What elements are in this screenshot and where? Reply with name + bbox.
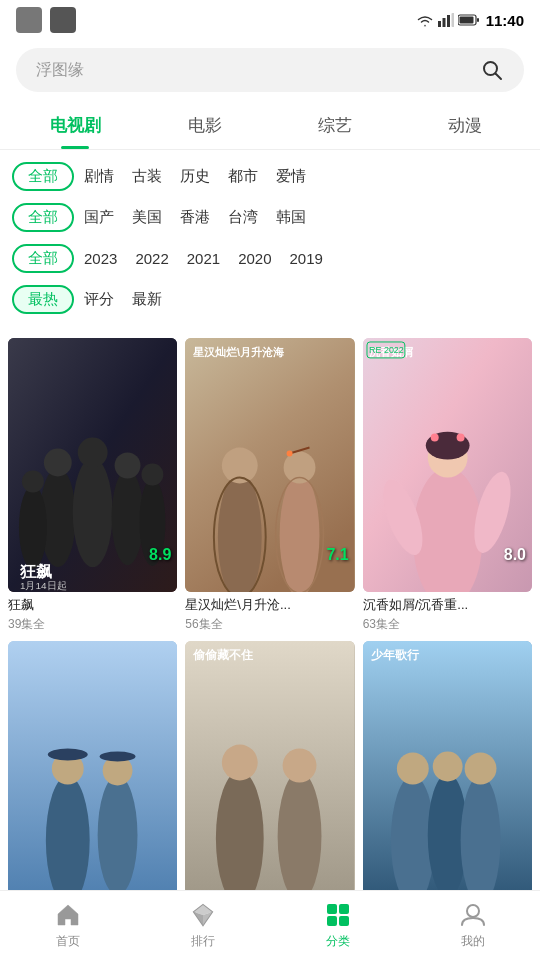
photo-icon (16, 7, 42, 33)
svg-rect-43 (8, 641, 177, 895)
svg-text:星汉灿烂\月升沧海: 星汉灿烂\月升沧海 (193, 346, 285, 358)
media-card-3[interactable]: 沉香如屑 RE 2022 8.0 沉香如屑/沉香重... 63集全 (363, 338, 532, 633)
bottom-nav: 首页 排行 分类 (0, 890, 540, 960)
svg-point-72 (467, 905, 479, 917)
media-thumb-5: 偷偷藏不住 (185, 641, 354, 895)
filter-tag-costume[interactable]: 古装 (132, 167, 162, 186)
filter-tag-2023[interactable]: 2023 (84, 250, 117, 267)
filter-tag-2022[interactable]: 2022 (135, 250, 168, 267)
nav-category[interactable]: 分类 (270, 901, 405, 950)
svg-rect-6 (459, 17, 473, 24)
poster-art-4 (8, 641, 177, 895)
svg-point-19 (141, 463, 163, 485)
filter-tag-2020[interactable]: 2020 (238, 250, 271, 267)
filter-all-genre[interactable]: 全部 (12, 162, 74, 191)
media-card-5[interactable]: 偷偷藏不住 (185, 641, 354, 902)
filter-tag-2019[interactable]: 2019 (290, 250, 323, 267)
svg-rect-70 (327, 916, 337, 926)
tab-variety[interactable]: 综艺 (270, 104, 400, 149)
svg-text:少年歌行: 少年歌行 (371, 648, 420, 662)
svg-text:偷偷藏不住: 偷偷藏不住 (192, 648, 254, 662)
media-thumb-2: 星汉灿烂\月升沧海 7.1 (185, 338, 354, 592)
svg-point-60 (432, 751, 462, 781)
filter-tag-rating-sort[interactable]: 评分 (84, 290, 114, 309)
filter-tag-kr[interactable]: 韩国 (276, 208, 306, 227)
app-icon (50, 7, 76, 33)
tab-tv[interactable]: 电视剧 (10, 104, 140, 149)
filter-tag-newest[interactable]: 最新 (132, 290, 162, 309)
svg-point-12 (73, 458, 113, 568)
svg-rect-50 (185, 641, 354, 895)
content-grid: 狂飙 1月14日起 8.9 狂飙 39集全 (0, 326, 540, 960)
svg-point-53 (278, 771, 322, 895)
svg-text:RE 2022: RE 2022 (369, 345, 404, 355)
filter-tag-hk[interactable]: 香港 (180, 208, 210, 227)
svg-point-39 (456, 434, 464, 442)
filter-tags-sort: 评分 最新 (84, 290, 528, 309)
tab-movie[interactable]: 电影 (140, 104, 270, 149)
svg-rect-3 (451, 13, 454, 27)
svg-point-14 (112, 469, 144, 565)
svg-rect-68 (327, 904, 337, 914)
svg-rect-5 (477, 18, 479, 22)
media-card-4[interactable] (8, 641, 177, 902)
category-icon (325, 902, 351, 928)
svg-point-38 (430, 434, 438, 442)
signal-icon (438, 13, 454, 27)
svg-point-30 (287, 451, 293, 457)
svg-point-15 (115, 453, 141, 479)
mine-icon (460, 902, 486, 928)
filter-tag-cn[interactable]: 国产 (84, 208, 114, 227)
svg-point-27 (284, 452, 316, 484)
svg-point-49 (100, 751, 136, 761)
battery-icon (458, 14, 480, 26)
svg-rect-71 (339, 916, 349, 926)
status-left-icons (16, 7, 76, 33)
filter-row-sort: 最热 评分 最新 (0, 279, 540, 320)
filter-tag-city[interactable]: 都市 (228, 167, 258, 186)
svg-point-58 (397, 752, 429, 784)
search-placeholder: 浮图缘 (36, 60, 84, 81)
svg-text:狂飙: 狂飙 (19, 563, 52, 580)
filter-hot[interactable]: 最热 (12, 285, 74, 314)
rating-badge-1: 8.9 (149, 546, 171, 564)
filter-tags-genre: 剧情 古装 历史 都市 爱情 (84, 167, 528, 186)
filter-tag-2021[interactable]: 2021 (187, 250, 220, 267)
svg-point-13 (78, 438, 108, 468)
filter-tag-us[interactable]: 美国 (132, 208, 162, 227)
nav-category-label: 分类 (326, 933, 350, 950)
media-thumb-4 (8, 641, 177, 895)
svg-rect-1 (442, 18, 445, 27)
filter-tag-tw[interactable]: 台湾 (228, 208, 258, 227)
svg-text:1月14日起: 1月14日起 (20, 580, 67, 591)
nav-mine-label: 我的 (461, 933, 485, 950)
media-episodes-3: 63集全 (363, 616, 532, 633)
search-button[interactable] (476, 54, 508, 86)
nav-rank[interactable]: 排行 (135, 901, 270, 950)
home-icon (55, 902, 81, 928)
filter-all-year[interactable]: 全部 (12, 244, 74, 273)
filter-tag-drama[interactable]: 剧情 (84, 167, 114, 186)
search-bar[interactable]: 浮图缘 (16, 48, 524, 92)
clock: 11:40 (486, 12, 524, 29)
filter-row-region: 全部 国产 美国 香港 台湾 韩国 (0, 197, 540, 238)
media-episodes-1: 39集全 (8, 616, 177, 633)
filter-tag-history[interactable]: 历史 (180, 167, 210, 186)
tab-anime[interactable]: 动漫 (400, 104, 530, 149)
svg-point-52 (222, 744, 258, 780)
filter-all-region[interactable]: 全部 (12, 203, 74, 232)
media-thumb-1: 狂飙 1月14日起 8.9 (8, 338, 177, 592)
media-card-1[interactable]: 狂飙 1月14日起 8.9 狂飙 39集全 (8, 338, 177, 633)
media-title-2: 星汉灿烂\月升沧... (185, 597, 354, 614)
wifi-icon (416, 13, 434, 27)
nav-mine[interactable]: 我的 (405, 901, 540, 950)
media-card-6[interactable]: 少年歌行 (363, 641, 532, 902)
filter-row-genre: 全部 剧情 古装 历史 都市 爱情 (0, 156, 540, 197)
filter-tag-romance[interactable]: 爱情 (276, 167, 306, 186)
media-title-1: 狂飙 (8, 597, 177, 614)
poster-art-6: 少年歌行 (363, 641, 532, 895)
nav-home[interactable]: 首页 (0, 901, 135, 950)
media-episodes-2: 56集全 (185, 616, 354, 633)
media-card-2[interactable]: 星汉灿烂\月升沧海 7.1 星汉灿烂\月升沧... 56集全 (185, 338, 354, 633)
filter-section: 全部 剧情 古装 历史 都市 爱情 全部 国产 美国 香港 台湾 韩国 全部 2… (0, 150, 540, 326)
